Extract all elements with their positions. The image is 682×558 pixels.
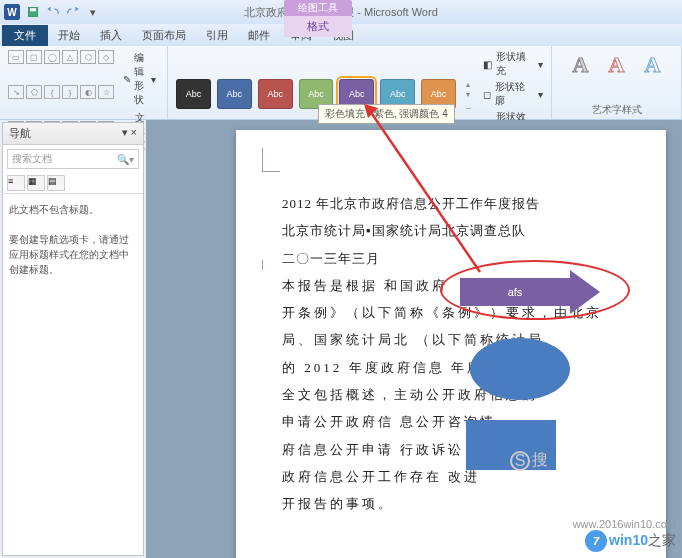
doc-para-4: 的 2012 年度政府信息 年度报告。 <box>256 354 626 381</box>
doc-line-1: 2012 年北京市政府信息公开工作年度报告 <box>256 190 626 217</box>
site-logo: 7 win10之家 <box>585 530 676 552</box>
doc-para-7: 府信息公开申请 行政诉讼 <box>256 436 626 463</box>
annotation-circle <box>440 260 630 320</box>
shape-style-more[interactable]: ▴▾⎯ <box>466 80 471 109</box>
nav-search-input[interactable]: 搜索文档🔍▾ <box>7 149 139 169</box>
sogou-watermark: S搜 <box>510 450 548 471</box>
shape-ellipse[interactable] <box>470 338 570 400</box>
redo-icon[interactable] <box>64 3 82 21</box>
svg-rect-1 <box>30 8 36 11</box>
url-watermark: www.2016win10.com <box>573 518 676 530</box>
page-side-mark <box>262 260 276 270</box>
style-tooltip: 彩色填充 - 紫色, 强调颜色 4 <box>318 104 455 124</box>
tab-mail[interactable]: 邮件 <box>238 25 280 46</box>
logo-badge-icon: 7 <box>585 530 607 552</box>
shape-style-1[interactable]: Abc <box>176 79 211 109</box>
undo-icon[interactable] <box>44 3 62 21</box>
save-icon[interactable] <box>24 3 42 21</box>
word-app-icon: W <box>4 4 20 20</box>
wordart-style-3[interactable]: A <box>638 50 668 80</box>
tab-insert[interactable]: 插入 <box>90 25 132 46</box>
doc-para-8: 政府信息公开工作存在 改进 <box>256 463 626 490</box>
page-corner-mark <box>262 148 280 172</box>
tab-layout[interactable]: 页面布局 <box>132 25 196 46</box>
shape-fill-button[interactable]: ◧形状填充 ▾ <box>483 50 543 78</box>
fill-icon: ◧ <box>483 59 492 70</box>
search-icon: 🔍▾ <box>117 154 134 165</box>
document-area[interactable]: 2012 年北京市政府信息公开工作年度报告 北京市统计局▪国家统计局北京调查总队… <box>146 120 682 558</box>
tab-home[interactable]: 开始 <box>48 25 90 46</box>
context-tab-group: 绘图工具 格式 <box>284 0 352 37</box>
qat-dropdown-icon[interactable]: ▾ <box>84 3 102 21</box>
tab-file[interactable]: 文件 <box>2 25 48 46</box>
outline-icon: ◻ <box>483 89 491 100</box>
nav-view-pages[interactable]: ▦ <box>27 175 45 191</box>
wordart-style-1[interactable]: A <box>566 50 596 80</box>
shape-style-2[interactable]: Abc <box>217 79 252 109</box>
nav-message: 此文档不包含标题。 要创建导航选项卡，请通过应用标题样式在您的文档中创建标题。 <box>3 194 143 285</box>
doc-para-6: 申请公开政府信 息公开咨询情 <box>256 408 626 435</box>
doc-para-3: 局、国家统计局北 （以下简称统计局 <box>256 326 626 353</box>
doc-line-2: 北京市统计局▪国家统计局北京调查总队 <box>256 217 626 244</box>
tab-format[interactable]: 格式 <box>284 16 352 37</box>
edit-shape-button[interactable]: ✎编辑形状 ▾ <box>120 50 159 108</box>
wordart-gallery[interactable]: A A A <box>566 50 668 80</box>
edit-shape-icon: ✎ <box>123 74 131 85</box>
shape-outline-button[interactable]: ◻形状轮廓 ▾ <box>483 80 543 108</box>
nav-view-results[interactable]: ▤ <box>47 175 65 191</box>
nav-dropdown-icon[interactable]: ▾ × <box>122 126 137 141</box>
navigation-pane: 导航▾ × 搜索文档🔍▾ ≡ ▦ ▤ 此文档不包含标题。 要创建导航选项卡，请通… <box>2 122 144 556</box>
document-page[interactable]: 2012 年北京市政府信息公开工作年度报告 北京市统计局▪国家统计局北京调查总队… <box>236 130 666 558</box>
doc-para-5: 全文包括概述，主动公开政府信息的 <box>256 381 626 408</box>
shape-style-3[interactable]: Abc <box>258 79 293 109</box>
nav-view-headings[interactable]: ≡ <box>7 175 25 191</box>
group-wordart-styles: 艺术字样式 <box>592 101 642 117</box>
tab-references[interactable]: 引用 <box>196 25 238 46</box>
context-tab-label: 绘图工具 <box>284 0 352 16</box>
doc-para-9: 开报告的事项。 <box>256 490 626 517</box>
wordart-style-2[interactable]: A <box>602 50 632 80</box>
nav-title: 导航 <box>9 126 31 141</box>
